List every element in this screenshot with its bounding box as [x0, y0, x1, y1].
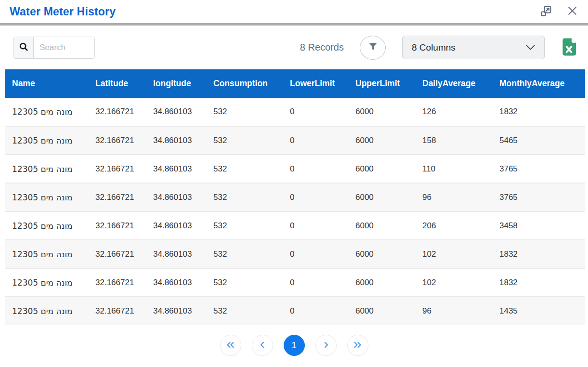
columns-dropdown-value: 8 Columns [412, 42, 456, 53]
cell-latitude: 32.166721 [88, 98, 146, 126]
cell-dailyaverage: 102 [415, 240, 492, 268]
table-row[interactable]: מונה מים 1230532.16672134.86010353206000… [5, 183, 585, 211]
cell-monthlyaverage: 1435 [492, 297, 585, 325]
cell-dailyaverage: 126 [415, 98, 492, 126]
table-body: מונה מים 1230532.16672134.86010353206000… [5, 98, 585, 325]
last-page-button[interactable] [347, 335, 368, 356]
chevron-down-icon [526, 45, 535, 51]
table-row[interactable]: מונה מים 1230532.16672134.86010353206000… [5, 211, 585, 240]
titlebar: Water Meter History [0, 0, 588, 23]
cell-upperlimit: 6000 [348, 240, 415, 268]
table-row[interactable]: מונה מים 1230532.16672134.86010353206000… [5, 297, 585, 325]
cell-consumption: 532 [206, 297, 283, 325]
cell-dailyaverage: 206 [415, 211, 492, 240]
search-icon [19, 42, 28, 53]
cell-consumption: 532 [206, 126, 283, 155]
table-row[interactable]: מונה מים 1230532.16672134.86010353206000… [5, 98, 585, 126]
records-count: 8 Records [300, 42, 344, 53]
cell-consumption: 532 [206, 98, 283, 126]
column-header-upperlimit[interactable]: UpperLimit [348, 69, 415, 98]
column-header-monthlyaverage[interactable]: MonthlyAverage [492, 69, 585, 98]
close-button[interactable] [567, 6, 577, 17]
columns-dropdown[interactable]: 8 Columns [402, 36, 545, 59]
cell-dailyaverage: 158 [415, 126, 492, 155]
cell-dailyaverage: 96 [415, 183, 492, 211]
cell-name: מונה מים 12305 [5, 240, 88, 268]
cell-monthlyaverage: 3765 [492, 183, 585, 211]
cell-monthlyaverage: 3765 [492, 155, 585, 183]
cell-longitude: 34.860103 [146, 155, 206, 183]
cell-longitude: 34.860103 [146, 98, 206, 126]
export-excel-button[interactable] [561, 38, 577, 58]
double-chevron-left-icon [225, 341, 235, 351]
table-header-row: NameLatitudelongitudeConsumptionLowerLim… [5, 69, 585, 98]
table-row[interactable]: מונה מים 1230532.16672134.86010353206000… [5, 268, 585, 297]
water-meter-table: NameLatitudelongitudeConsumptionLowerLim… [5, 69, 585, 325]
column-header-longitude[interactable]: longitude [146, 69, 206, 98]
cell-monthlyaverage: 3458 [492, 211, 585, 240]
search-input[interactable] [34, 37, 94, 58]
cell-lowerlimit: 0 [283, 183, 348, 211]
cell-name: מונה מים 12305 [5, 297, 88, 325]
search-group [13, 37, 95, 59]
cell-upperlimit: 6000 [348, 297, 415, 325]
cell-monthlyaverage: 1832 [492, 240, 585, 268]
cell-latitude: 32.166721 [88, 240, 146, 268]
cell-consumption: 532 [206, 183, 283, 211]
table-container: NameLatitudelongitudeConsumptionLowerLim… [5, 69, 585, 325]
cell-consumption: 532 [206, 268, 283, 297]
chevron-left-icon [258, 341, 267, 351]
cell-longitude: 34.860103 [146, 126, 206, 155]
cell-latitude: 32.166721 [88, 297, 146, 325]
toolbar-right: 8 Records 8 Columns [300, 36, 577, 60]
cell-name: מונה מים 12305 [5, 126, 88, 155]
titlebar-actions [540, 5, 577, 18]
filter-button[interactable] [360, 36, 386, 60]
table-row[interactable]: מונה מים 1230532.16672134.86010353206000… [5, 240, 585, 268]
cell-dailyaverage: 110 [415, 155, 492, 183]
cell-consumption: 532 [206, 211, 283, 240]
cell-dailyaverage: 96 [415, 297, 492, 325]
previous-page-button[interactable] [252, 335, 273, 356]
table-row[interactable]: מונה מים 1230532.16672134.86010353206000… [5, 126, 585, 155]
next-page-button[interactable] [315, 335, 337, 356]
cell-upperlimit: 6000 [348, 98, 415, 126]
filter-icon [368, 42, 378, 52]
table-row[interactable]: מונה מים 1230532.16672134.86010353206000… [5, 155, 585, 183]
cell-consumption: 532 [206, 155, 283, 183]
cell-latitude: 32.166721 [88, 183, 146, 211]
cell-upperlimit: 6000 [348, 126, 415, 155]
cell-latitude: 32.166721 [88, 268, 146, 297]
cell-longitude: 34.860103 [146, 268, 206, 297]
cell-longitude: 34.860103 [146, 297, 206, 325]
page-1-button[interactable]: 1 [284, 335, 305, 356]
cell-latitude: 32.166721 [88, 126, 146, 155]
cell-upperlimit: 6000 [348, 155, 415, 183]
cell-name: מונה מים 12305 [5, 183, 88, 211]
first-page-button[interactable] [220, 335, 241, 356]
cell-upperlimit: 6000 [348, 211, 415, 240]
column-header-latitude[interactable]: Latitude [88, 69, 146, 98]
excel-icon [561, 38, 577, 58]
column-header-dailyaverage[interactable]: DailyAverage [415, 69, 492, 98]
cell-monthlyaverage: 1832 [492, 268, 585, 297]
cell-longitude: 34.860103 [146, 183, 206, 211]
expand-icon [540, 5, 552, 18]
expand-button[interactable] [540, 5, 552, 18]
double-chevron-right-icon [353, 341, 363, 351]
column-header-lowerlimit[interactable]: LowerLimit [283, 69, 348, 98]
cell-lowerlimit: 0 [283, 98, 348, 126]
close-icon [567, 6, 577, 17]
chevron-right-icon [322, 341, 330, 351]
column-header-consumption[interactable]: Consumption [206, 69, 283, 98]
cell-longitude: 34.860103 [146, 211, 206, 240]
cell-lowerlimit: 0 [283, 155, 348, 183]
column-header-name[interactable]: Name [5, 69, 88, 98]
cell-dailyaverage: 102 [415, 268, 492, 297]
cell-longitude: 34.860103 [146, 240, 206, 268]
cell-name: מונה מים 12305 [5, 211, 88, 240]
cell-upperlimit: 6000 [348, 183, 415, 211]
water-meter-history-dialog: Water Meter History [0, 0, 588, 367]
cell-name: מונה מים 12305 [5, 98, 88, 126]
cell-consumption: 532 [206, 240, 283, 268]
